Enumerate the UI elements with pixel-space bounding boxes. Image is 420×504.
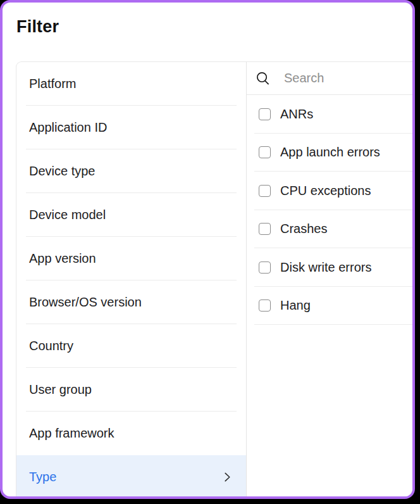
category-device-model[interactable]: Device model bbox=[16, 193, 246, 237]
option-label: Disk write errors bbox=[280, 260, 371, 275]
type-options-panel: ANRs App launch errors CPU exceptions Cr… bbox=[247, 62, 412, 496]
option-label: App launch errors bbox=[280, 145, 380, 160]
category-browser-os-version[interactable]: Browser/OS version bbox=[16, 280, 246, 324]
category-type-selected[interactable]: Type bbox=[16, 455, 246, 499]
category-app-version[interactable]: App version bbox=[16, 237, 246, 280]
category-label: Type bbox=[29, 470, 56, 484]
search-bar bbox=[247, 62, 412, 95]
option-label: Crashes bbox=[280, 222, 327, 236]
category-device-type[interactable]: Device type bbox=[16, 149, 246, 193]
category-platform[interactable]: Platform bbox=[16, 62, 246, 106]
checkbox-crashes[interactable] bbox=[259, 223, 271, 235]
category-label: User group bbox=[29, 382, 92, 397]
option-anrs[interactable]: ANRs bbox=[247, 95, 412, 134]
dialog-title: Filter bbox=[16, 17, 59, 37]
filter-content: Platform Application ID Device type Devi… bbox=[16, 61, 412, 496]
option-app-launch-errors[interactable]: App launch errors bbox=[247, 134, 412, 172]
category-label: Country bbox=[29, 339, 73, 353]
checkbox-cpu-exceptions[interactable] bbox=[259, 185, 271, 197]
checkbox-disk-write-errors[interactable] bbox=[259, 261, 271, 274]
category-label: Device type bbox=[29, 164, 96, 179]
checkbox-anrs[interactable] bbox=[259, 108, 271, 120]
option-label: ANRs bbox=[280, 107, 313, 122]
category-label: Platform bbox=[29, 77, 76, 91]
option-cpu-exceptions[interactable]: CPU exceptions bbox=[247, 172, 412, 210]
screenshot-stage: Filter Platform Application ID Device ty… bbox=[0, 0, 420, 504]
category-user-group[interactable]: User group bbox=[16, 368, 246, 412]
chevron-right-icon bbox=[223, 472, 232, 482]
checkbox-hang[interactable] bbox=[259, 299, 271, 312]
category-app-framework[interactable]: App framework bbox=[16, 412, 246, 455]
category-label: Application ID bbox=[29, 120, 107, 135]
search-input[interactable] bbox=[283, 70, 393, 86]
option-label: Hang bbox=[280, 298, 311, 313]
filter-dialog: Filter Platform Application ID Device ty… bbox=[0, 0, 415, 499]
category-application-id[interactable]: Application ID bbox=[16, 106, 246, 149]
checkbox-app-launch-errors[interactable] bbox=[259, 146, 271, 158]
category-label: Device model bbox=[29, 208, 106, 222]
search-icon bbox=[256, 71, 270, 85]
filter-category-list: Platform Application ID Device type Devi… bbox=[16, 62, 247, 496]
option-hang[interactable]: Hang bbox=[247, 287, 412, 325]
category-label: App framework bbox=[29, 426, 114, 441]
option-label: CPU exceptions bbox=[280, 184, 371, 198]
option-crashes[interactable]: Crashes bbox=[247, 210, 412, 249]
category-label: Browser/OS version bbox=[29, 295, 142, 310]
option-disk-write-errors[interactable]: Disk write errors bbox=[247, 248, 412, 287]
category-label: App version bbox=[29, 251, 96, 266]
category-country[interactable]: Country bbox=[16, 324, 246, 368]
